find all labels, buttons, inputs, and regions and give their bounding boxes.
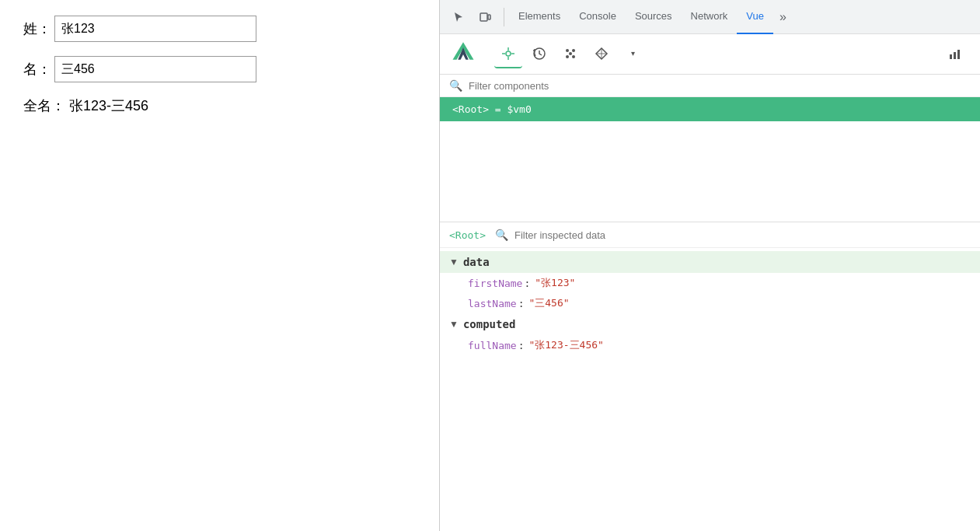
vue-router-dropdown[interactable]: ▾	[619, 40, 647, 68]
svg-rect-16	[950, 54, 952, 59]
vue-perf-tool[interactable]	[941, 40, 969, 68]
inspector-body: ▼ data firstName : "张123" lastName : "三4…	[440, 248, 980, 531]
tab-sources[interactable]: Sources	[626, 0, 682, 34]
components-panel: 🔍 <Root> = $vm0	[440, 75, 980, 222]
name-label: 名：	[23, 60, 54, 79]
tab-network[interactable]: Network	[682, 0, 738, 34]
left-panel: 姓： 名： 全名： 张123-三456	[0, 0, 439, 531]
tab-separator-1	[504, 8, 504, 26]
svg-rect-0	[480, 13, 487, 21]
vue-history-tool[interactable]	[525, 40, 553, 68]
lastname-key: lastName	[468, 298, 517, 309]
firstname-row: firstName : "张123"	[440, 273, 980, 293]
fullname-computed-value: "张123-三456"	[528, 338, 603, 352]
name-input[interactable]	[54, 56, 256, 82]
tab-console[interactable]: Console	[570, 0, 626, 34]
vue-toolbar: ▾	[440, 34, 980, 75]
inspector-panel: <Root> 🔍 ▼ data firstName : "张123" lastN…	[440, 222, 980, 531]
svg-point-2	[506, 51, 511, 56]
device-tool-icon[interactable]	[473, 5, 497, 30]
svg-rect-18	[957, 50, 960, 59]
inspector-header: <Root> 🔍	[440, 222, 980, 248]
svg-point-9	[572, 49, 575, 52]
tab-elements[interactable]: Elements	[509, 0, 570, 34]
root-component-item[interactable]: <Root> = $vm0	[440, 97, 980, 121]
inspector-search-icon: 🔍	[495, 229, 508, 241]
surname-input[interactable]	[54, 16, 256, 42]
fullname-computed-row: fullName : "张123-三456"	[440, 335, 980, 355]
inspector-filter-input[interactable]	[514, 229, 971, 241]
toolbar-right	[940, 40, 971, 68]
tab-vue[interactable]: Vue	[737, 0, 773, 34]
vue-logo	[449, 40, 477, 68]
root-component-label: <Root> = $vm0	[452, 103, 532, 115]
computed-section-name: computed	[463, 318, 515, 330]
surname-label: 姓：	[23, 19, 54, 38]
lastname-row: lastName : "三456"	[440, 293, 980, 313]
vue-vuex-tool[interactable]	[556, 40, 584, 68]
computed-section-row[interactable]: ▼ computed	[440, 313, 980, 335]
component-filter-bar: 🔍	[440, 75, 980, 97]
name-row: 名：	[23, 56, 416, 82]
inspector-root-label: <Root>	[449, 229, 486, 241]
svg-rect-17	[954, 52, 956, 59]
firstname-key: firstName	[468, 278, 522, 289]
tab-more-button[interactable]: »	[773, 0, 793, 34]
vue-component-tool[interactable]	[494, 40, 522, 68]
fullname-display: 全名： 张123-三456	[23, 96, 416, 115]
component-filter-input[interactable]	[469, 80, 971, 92]
lastname-colon: :	[518, 298, 525, 309]
surname-row: 姓：	[23, 16, 416, 42]
svg-point-8	[566, 49, 569, 52]
svg-point-11	[572, 55, 575, 58]
svg-point-12	[569, 52, 572, 55]
data-section-arrow: ▼	[449, 257, 459, 267]
lastname-value: "三456"	[528, 296, 569, 310]
devtools-tab-bar: Elements Console Sources Network Vue »	[440, 0, 980, 34]
svg-rect-1	[488, 15, 490, 19]
component-search-icon: 🔍	[449, 79, 462, 92]
fullname-computed-key: fullName	[468, 340, 517, 351]
firstname-value: "张123"	[535, 276, 575, 290]
firstname-colon: :	[524, 278, 530, 289]
vue-router-tool[interactable]	[588, 40, 616, 68]
computed-section-arrow: ▼	[449, 319, 459, 330]
cursor-tool-icon[interactable]	[446, 5, 471, 30]
devtools-panel: Elements Console Sources Network Vue »	[439, 0, 980, 531]
fullname-label: 全名：	[23, 98, 65, 114]
data-section-name: data	[463, 256, 490, 268]
fullname-computed-colon: :	[518, 340, 525, 351]
fullname-value: 张123-三456	[69, 98, 148, 114]
data-section-row[interactable]: ▼ data	[440, 251, 980, 273]
svg-point-10	[566, 55, 569, 58]
